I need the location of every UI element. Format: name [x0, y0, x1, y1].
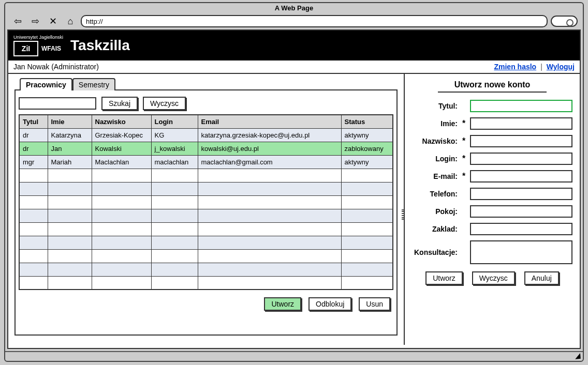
- input-zaklad[interactable]: [470, 223, 572, 235]
- cell-email: maclachlan@gmail.com: [198, 155, 341, 169]
- cell-login: j_kowalski: [151, 142, 198, 155]
- label-login: Login:: [412, 155, 458, 163]
- table-row-empty: [19, 209, 393, 222]
- input-tytul[interactable]: [470, 100, 572, 112]
- label-konsultacje: Konsultacje:: [412, 248, 458, 256]
- cell-nazwisko: Grzesiak-Kopec: [92, 128, 151, 142]
- required-marker: *: [461, 119, 467, 128]
- table-row-empty: [19, 182, 393, 195]
- splitter-handle[interactable]: [402, 209, 404, 220]
- form-clear-button[interactable]: Wyczysc: [472, 271, 515, 285]
- col-imie[interactable]: Imie: [48, 115, 92, 128]
- cell-tytul: dr: [19, 128, 48, 142]
- table-row[interactable]: mgrMariahMaclachlanmaclachlanmaclachlan@…: [19, 155, 393, 169]
- cell-imie: Katarzyna: [48, 128, 92, 142]
- table-delete-button[interactable]: Usun: [359, 297, 390, 311]
- input-login[interactable]: [470, 153, 572, 165]
- tab-semestry[interactable]: Semestry: [72, 78, 115, 90]
- col-tytul[interactable]: Tytul: [19, 115, 48, 128]
- required-marker: *: [461, 154, 467, 163]
- change-password-link[interactable]: Zmien haslo: [494, 63, 536, 71]
- employees-table: Tytul Imie Nazwisko Login Email Status d…: [19, 114, 393, 290]
- table-row[interactable]: drJanKowalskij_kowalskikowalski@uj.edu.p…: [19, 142, 393, 155]
- cell-status: zablokowany: [341, 142, 393, 155]
- table-row-empty: [19, 236, 393, 249]
- url-input[interactable]: http://: [81, 15, 548, 27]
- faculty-label: WFAIS: [41, 45, 61, 52]
- stop-icon[interactable]: ✕: [46, 16, 60, 27]
- label-email: E-mail:: [412, 172, 458, 180]
- table-row[interactable]: drKatarzynaGrzesiak-KopecKGkatarzyna.grz…: [19, 128, 393, 142]
- search-input[interactable]: [19, 97, 96, 110]
- logout-link[interactable]: Wyloguj: [547, 63, 575, 71]
- app-title: Taskzilla: [70, 37, 130, 54]
- cell-login: KG: [151, 128, 198, 142]
- table-create-button[interactable]: Utworz: [264, 297, 301, 311]
- input-nazwisko[interactable]: [470, 135, 572, 147]
- input-imie[interactable]: [470, 117, 572, 130]
- cell-tytul: dr: [19, 142, 48, 155]
- cell-status: aktywny: [341, 155, 393, 169]
- logo-icon: ZiI: [13, 41, 38, 56]
- cell-imie: Mariah: [48, 155, 92, 169]
- label-telefon: Telefon:: [412, 190, 458, 198]
- table-row-empty: [19, 263, 393, 276]
- separator: |: [540, 63, 542, 71]
- university-label: Uniwersytet Jagiellonski: [13, 35, 63, 40]
- tab-pracownicy[interactable]: Pracownicy: [20, 78, 72, 90]
- input-konsultacje[interactable]: [470, 240, 572, 264]
- resize-grip-icon[interactable]: ◢: [575, 352, 581, 360]
- label-pokoj: Pokoj:: [412, 207, 458, 216]
- clear-search-button[interactable]: Wyczysc: [143, 97, 186, 110]
- label-imie: Imie:: [412, 119, 458, 128]
- input-email[interactable]: [470, 170, 572, 182]
- browser-search-icon[interactable]: [551, 16, 578, 27]
- cell-login: maclachlan: [151, 155, 198, 169]
- table-row-empty: [19, 249, 393, 263]
- col-login[interactable]: Login: [151, 115, 198, 128]
- label-zaklad: Zaklad:: [412, 225, 458, 233]
- table-unblock-button[interactable]: Odblokuj: [308, 297, 351, 311]
- form-create-button[interactable]: Utworz: [425, 271, 463, 285]
- table-row-empty: [19, 195, 393, 209]
- table-row-empty: [19, 276, 393, 290]
- home-icon[interactable]: ⌂: [63, 16, 78, 27]
- required-marker: *: [461, 136, 467, 146]
- label-tytul: Tytul:: [412, 102, 458, 110]
- table-row-empty: [19, 222, 393, 236]
- search-button[interactable]: Szukaj: [101, 97, 138, 110]
- col-nazwisko[interactable]: Nazwisko: [92, 115, 151, 128]
- label-nazwisko: Nazwisko:: [412, 137, 458, 145]
- forward-icon[interactable]: ⇨: [28, 16, 42, 27]
- required-marker: *: [461, 172, 467, 181]
- input-pokoj[interactable]: [470, 205, 572, 218]
- cell-tytul: mgr: [19, 155, 48, 169]
- table-row-empty: [19, 169, 393, 182]
- cell-imie: Jan: [48, 142, 92, 155]
- cell-nazwisko: Maclachlan: [92, 155, 151, 169]
- back-icon[interactable]: ⇦: [10, 16, 25, 27]
- col-status[interactable]: Status: [341, 115, 393, 128]
- cell-status: aktywny: [341, 128, 393, 142]
- cell-email: kowalski@uj.edu.pl: [198, 142, 341, 155]
- form-title: Utworz nowe konto: [438, 80, 547, 93]
- col-email[interactable]: Email: [198, 115, 341, 128]
- browser-title: A Web Page: [5, 3, 583, 13]
- current-user-label: Jan Nowak (Administrator): [13, 63, 99, 71]
- cell-email: katarzyna.grzesiak-kopec@uj.edu.pl: [198, 128, 341, 142]
- cell-nazwisko: Kowalski: [92, 142, 151, 155]
- input-telefon[interactable]: [470, 188, 572, 200]
- form-cancel-button[interactable]: Anuluj: [524, 271, 559, 285]
